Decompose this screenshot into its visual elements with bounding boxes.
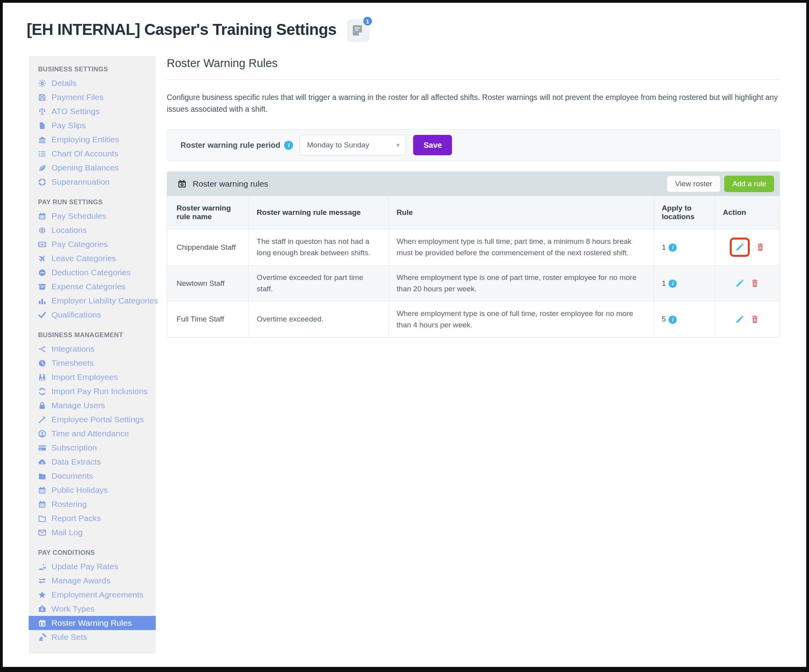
sidebar-item-details[interactable]: Details <box>29 76 156 90</box>
people-icon <box>38 373 46 381</box>
wand-icon <box>38 416 46 424</box>
sidebar-item-import-employees[interactable]: Import Employees <box>29 370 156 384</box>
sidebar-item-label: Leave Categories <box>51 254 116 263</box>
sidebar-section-label-business-settings: Business Settings <box>38 65 146 73</box>
edit-rule-button[interactable] <box>735 315 744 324</box>
highlight-box <box>730 238 750 257</box>
calendar-icon <box>38 500 46 509</box>
rule-period-value: Monday to Sunday <box>307 141 369 149</box>
sidebar-item-rostering[interactable]: Rostering <box>29 497 156 511</box>
sidebar-item-employer-liability-categories[interactable]: Employer Liability Categories <box>29 294 156 308</box>
sidebar-item-label: Opening Balances <box>51 163 119 173</box>
sidebar-item-label: Timesheets <box>51 358 94 368</box>
sidebar-item-opening-balances[interactable]: Opening Balances <box>29 161 156 175</box>
banknote-icon <box>38 240 46 249</box>
pencil-icon <box>735 279 744 288</box>
save-button[interactable]: Save <box>413 135 452 155</box>
sidebar-item-locations[interactable]: Locations <box>29 223 156 237</box>
sync-icon <box>38 387 46 396</box>
table-row: Full Time StaffOvertime exceeded.Where e… <box>167 301 780 337</box>
trash-icon <box>751 315 759 323</box>
calendar-icon <box>38 212 46 220</box>
sidebar-item-pay-schedules[interactable]: Pay Schedules <box>29 209 156 223</box>
rules-table: Roster warning rule nameRoster warning r… <box>167 196 780 337</box>
handcoin-icon <box>38 563 46 571</box>
userclock-icon <box>38 430 46 438</box>
sidebar-item-label: Employing Entities <box>51 135 119 144</box>
sidebar-item-manage-awards[interactable]: Manage Awards <box>29 574 156 588</box>
chevron-down-icon: ▾ <box>396 141 400 149</box>
sidebar-item-public-holidays[interactable]: Public Holidays <box>29 483 156 497</box>
globe-icon <box>38 226 46 234</box>
rule-name-cell: Chippendale Staff <box>167 229 249 265</box>
sidebar-section-label-pay-run-settings: Pay Run Settings <box>38 198 146 206</box>
section-description: Configure business specific rules that w… <box>167 91 780 115</box>
sidebar-item-import-pay-run-inclusions[interactable]: Import Pay Run Inclusions <box>29 384 156 398</box>
sidebar-section-label-business-management: Business Management <box>38 331 146 339</box>
rule-name-cell: Full Time Staff <box>167 301 249 337</box>
sidebar-item-time-and-attendance[interactable]: Time and Attendance <box>29 427 156 441</box>
section-heading: Roster Warning Rules <box>167 57 780 70</box>
sidebar-item-mail-log[interactable]: Mail Log <box>29 525 156 539</box>
sidebar-item-label: Update Pay Rates <box>51 562 118 571</box>
delete-rule-button[interactable] <box>756 243 765 251</box>
sidebar-item-employment-agreements[interactable]: Employment Agreements <box>29 588 156 602</box>
sidebar-item-employee-portal-settings[interactable]: Employee Portal Settings <box>29 412 156 427</box>
sidebar-item-data-extracts[interactable]: Data Extracts <box>29 455 156 469</box>
locations-cell: 5i <box>654 301 715 337</box>
file-icon <box>38 122 46 130</box>
column-header-roster-warning-rule-name: Roster warning rule name <box>167 196 249 229</box>
sidebar-item-label: Superannuation <box>51 177 109 187</box>
sidebar-item-label: Documents <box>51 471 93 481</box>
roster-rules-card: Roster warning rules View roster Add a r… <box>167 171 780 337</box>
pencil-icon <box>735 315 744 324</box>
sidebar-item-payment-files[interactable]: Payment Files <box>29 90 156 104</box>
sidebar-item-rule-sets[interactable]: Rule Sets <box>29 630 156 644</box>
gavel-icon <box>38 633 46 641</box>
sidebar-item-label: Roster Warning Rules <box>51 618 132 628</box>
sidebar-item-chart-of-accounts[interactable]: Chart Of Accounts <box>29 147 156 161</box>
notes-button[interactable]: 1 <box>347 19 370 42</box>
sidebar-item-leave-categories[interactable]: Leave Categories <box>29 251 156 265</box>
sidebar-item-work-types[interactable]: Work Types <box>29 602 156 616</box>
leaf-icon <box>38 164 46 172</box>
sidebar-item-timesheets[interactable]: Timesheets <box>29 356 156 370</box>
sidebar-item-label: Chart Of Accounts <box>51 149 118 158</box>
delete-rule-button[interactable] <box>751 279 759 287</box>
sidebar-item-label: Mail Log <box>51 528 82 537</box>
sidebar-item-deduction-categories[interactable]: Deduction Categories <box>29 265 156 280</box>
sidebar-item-pay-slips[interactable]: Pay Slips <box>29 118 156 133</box>
sidebar-item-pay-categories[interactable]: Pay Categories <box>29 237 156 251</box>
sidebar-item-superannuation[interactable]: Superannuation <box>29 175 156 189</box>
sidebar-item-expense-categories[interactable]: Expense Categories <box>29 280 156 294</box>
sidebar-item-roster-warning-rules[interactable]: Roster Warning Rules <box>29 616 156 630</box>
rule-message-cell: Overtime exceeded. <box>249 301 388 337</box>
info-icon[interactable]: i <box>669 316 677 324</box>
sidebar-item-manage-users[interactable]: Manage Users <box>29 398 156 412</box>
info-icon[interactable]: i <box>284 141 293 150</box>
locations-count: 1 <box>662 243 666 251</box>
sidebar-item-qualifications[interactable]: Qualifications <box>29 308 156 322</box>
sidebar-item-documents[interactable]: Documents <box>29 469 156 483</box>
delete-rule-button[interactable] <box>751 315 759 323</box>
column-header-apply-to-locations: Apply to locations <box>654 196 715 229</box>
sidebar-item-subscription[interactable]: Subscription <box>29 441 156 455</box>
sidebar-item-label: Manage Awards <box>51 576 110 585</box>
pencil-icon <box>735 243 744 252</box>
trash-icon <box>756 243 765 251</box>
branch-icon <box>38 345 46 353</box>
sidebar-item-employing-entities[interactable]: Employing Entities <box>29 133 156 147</box>
edit-rule-button[interactable] <box>735 279 744 288</box>
info-icon[interactable]: i <box>669 243 677 252</box>
view-roster-button[interactable]: View roster <box>667 176 721 192</box>
sidebar-item-ato-settings[interactable]: ATO Settings <box>29 104 156 118</box>
rule-period-select[interactable]: Monday to Sunday ▾ <box>299 135 406 155</box>
sidebar-item-update-pay-rates[interactable]: Update Pay Rates <box>29 559 156 574</box>
add-rule-button[interactable]: Add a rule <box>724 176 774 192</box>
edit-rule-button[interactable] <box>735 243 744 252</box>
sidebar-item-integrations[interactable]: Integrations <box>29 342 156 356</box>
info-icon[interactable]: i <box>669 280 677 288</box>
sidebar-item-report-packs[interactable]: Report Packs <box>29 511 156 525</box>
scale-icon <box>38 107 46 116</box>
sidebar-section-label-pay-conditions: Pay Conditions <box>38 549 146 556</box>
